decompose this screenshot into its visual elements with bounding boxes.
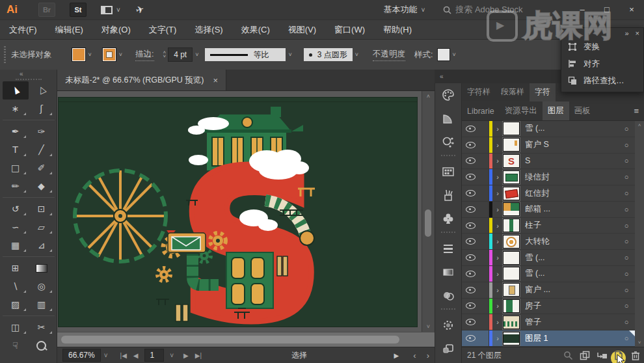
expand-arrow-icon[interactable]: › [492,222,503,230]
chevron-down-icon[interactable]: ˅ [288,51,291,58]
tool-artboard[interactable]: ◫ [3,318,29,336]
stroke-weight-stepper[interactable]: ˄˅ [163,51,167,59]
appearance-panel-icon[interactable] [435,314,461,337]
layer-row-12[interactable]: ›管子○ [462,314,644,330]
tool-perspective-grid[interactable]: ⊿ [29,236,55,254]
menu-item-7[interactable]: 窗口(W) [325,20,374,39]
expand-arrow-icon[interactable]: › [492,318,503,326]
tool-magic-wand[interactable]: ∗ [3,100,29,118]
tool-eraser[interactable]: ◆ [29,177,55,195]
expand-arrow-icon[interactable]: › [492,206,503,213]
color-guide-panel-icon[interactable] [435,107,461,130]
close-icon[interactable]: × [636,29,639,37]
expand-arrow-icon[interactable]: › [492,334,503,342]
tool-gradient[interactable] [29,259,55,277]
previous-artboard-button[interactable]: ◀ [133,352,139,359]
expand-arrow-icon[interactable]: › [492,125,503,133]
stroke-weight-value[interactable]: 4 pt [168,47,193,62]
stock-badge[interactable]: St [70,3,87,17]
lock-column[interactable] [479,218,489,234]
new-layer-button[interactable] [610,351,627,360]
tool-type[interactable]: T [3,141,29,159]
chevron-down-icon[interactable]: ˅ [104,352,108,359]
visibility-eye-icon[interactable] [462,302,479,309]
lock-column[interactable] [479,121,489,137]
lock-column[interactable] [479,299,489,314]
bridge-badge[interactable]: Br [38,3,55,17]
chevron-down-icon[interactable]: ˅ [453,51,456,58]
scroll-down-icon[interactable]: ˅ [635,340,644,345]
tool-shape-builder[interactable]: ▦ [3,236,29,254]
minimize-button[interactable]: – [570,0,595,20]
layers-scrollbar[interactable]: ˄ ˅ [635,121,644,347]
stroke-color-swatch[interactable] [102,47,116,62]
lock-column[interactable] [479,250,489,265]
color-panel-icon[interactable] [435,83,461,107]
document-tab[interactable]: 未标题-2* @ 66.67% (RGB/GPU 预览) × [57,70,226,90]
symbols-panel-icon[interactable] [435,207,461,230]
expand-arrow-icon[interactable]: › [492,270,503,278]
tool-pencil[interactable]: ✏ [3,177,29,195]
brushes-panel-icon[interactable] [435,183,461,207]
layer-row-4[interactable]: ›红信封○ [462,185,644,202]
tab-artboards[interactable]: 画板 [569,101,596,120]
tab-character[interactable]: 字符 [530,83,556,101]
expand-arrow-icon[interactable]: › [492,141,503,149]
fill-color-swatch[interactable] [72,47,86,62]
layer-row-3[interactable]: ›绿信封○ [462,169,644,185]
tool-zoom[interactable] [29,336,55,355]
target-circle-icon[interactable]: ○ [618,125,635,133]
tab-character-styles[interactable]: 字符样 [462,83,496,101]
visibility-eye-icon[interactable] [462,206,479,213]
menu-item-transform[interactable]: 变换 [561,38,643,55]
last-artboard-button[interactable]: ▶| [195,352,202,359]
tab-libraries[interactable]: Librarie [462,103,500,120]
visibility-eye-icon[interactable] [462,319,479,325]
menu-item-2[interactable]: 对象(O) [92,20,140,39]
tool-lasso[interactable]: ʃ [29,100,55,118]
lock-column[interactable] [479,154,489,169]
vertical-scrollbar[interactable]: ˄ ˅ [422,91,435,332]
tool-hand[interactable]: ☟ [3,336,29,355]
menu-item-3[interactable]: 文字(T) [140,20,186,39]
artboard[interactable]: S [59,98,417,327]
target-circle-icon[interactable]: ○ [618,141,635,149]
target-circle-icon[interactable]: ○ [618,206,635,213]
tool-rectangle[interactable]: □ [3,159,29,177]
layer-row-0[interactable]: ›雪 (...○ [462,121,644,137]
collapse-icon[interactable]: » [624,29,628,37]
target-circle-icon[interactable]: ○ [618,318,635,326]
target-circle-icon[interactable]: ○ [618,270,635,278]
workspace-switcher[interactable]: 基本功能 ˅ [383,4,425,16]
lock-column[interactable] [479,169,489,185]
scroll-down-icon[interactable]: ˅ [422,323,435,330]
lock-column[interactable] [479,282,489,298]
chevron-down-icon[interactable]: ˅ [119,51,122,58]
tool-eyedropper[interactable]: ∖ [3,277,29,295]
lock-column[interactable] [479,266,489,282]
tool-width[interactable]: ∽ [3,218,29,236]
chevron-down-icon[interactable]: ˅ [355,51,358,58]
close-button[interactable]: × [619,0,644,20]
chevron-down-icon[interactable]: ˅ [88,51,92,58]
recolor-artwork-panel-icon[interactable] [435,130,461,154]
layer-row-2[interactable]: ›S○ [462,154,644,170]
arrange-documents-button[interactable]: ˅ [101,6,120,14]
expand-arrow-icon[interactable]: › [492,173,503,181]
tool-symbol-sprayer[interactable]: ▨ [3,295,29,314]
make-clipping-mask-button[interactable] [576,351,593,360]
expand-arrow-icon[interactable]: › [492,189,503,197]
gradient-panel-icon[interactable] [435,260,461,284]
target-circle-icon[interactable]: ○ [618,222,635,230]
lock-column[interactable] [479,137,489,153]
app-logo[interactable]: Ai [7,3,18,16]
layer-row-13[interactable]: ›图层 1○ [462,330,644,347]
tool-mesh[interactable]: ⊞ [3,259,29,277]
tool-direct-selection[interactable]: ▷ [29,81,55,100]
menu-item-0[interactable]: 文件(F) [0,20,46,39]
scroll-up-icon[interactable]: ˄ [635,122,644,128]
horizontal-scroll-thumb[interactable] [61,336,399,343]
visibility-eye-icon[interactable] [462,126,479,132]
visibility-eye-icon[interactable] [462,335,479,342]
brush-select[interactable]: 3 点圆形 [304,48,353,61]
